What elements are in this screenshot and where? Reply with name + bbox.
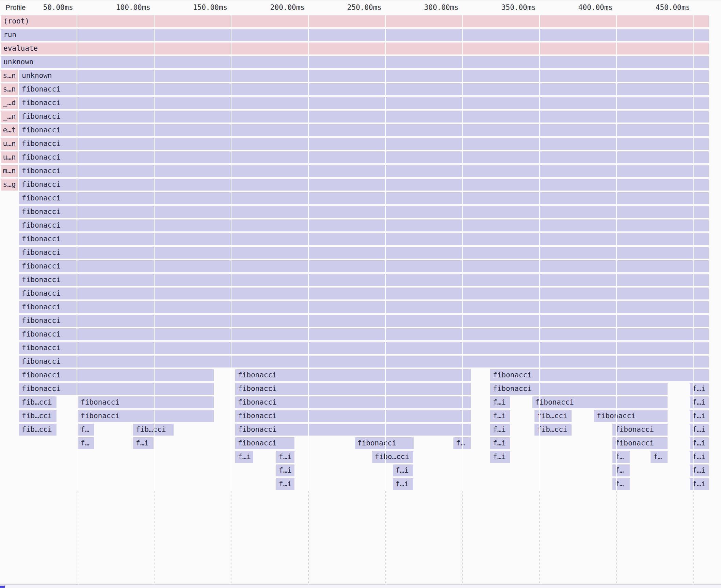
frame-bar[interactable]: f…i	[133, 437, 154, 449]
frame-bar[interactable]: f…i	[276, 451, 294, 463]
frame-bar[interactable]: u…n	[1, 138, 18, 150]
gridline	[308, 15, 309, 491]
frame-bar[interactable]: f…i	[690, 424, 709, 436]
frame-bar[interactable]: fibonacci	[235, 383, 471, 395]
frame-bar[interactable]: unknown	[1, 56, 709, 68]
frame-bar[interactable]: f…i	[690, 396, 709, 408]
frame-bar[interactable]: f…i	[690, 437, 709, 449]
frame-bar[interactable]: f…i	[490, 437, 510, 449]
frame-bar[interactable]: fibonacci	[532, 396, 668, 408]
frame-bar[interactable]: fib…cci	[19, 396, 57, 408]
frame-bar[interactable]: fibonacci	[235, 396, 471, 408]
frame-bar[interactable]: _…d	[1, 97, 18, 109]
frame-bar[interactable]: fibonacci	[490, 383, 668, 395]
frame-bar[interactable]: f…i	[490, 451, 510, 463]
frame-bar[interactable]: fibonacci	[19, 315, 709, 327]
frame-bar[interactable]: fib…cci	[534, 410, 572, 422]
frame-bar[interactable]: f…	[612, 464, 630, 476]
frame-bar[interactable]: fibonacci	[19, 151, 709, 163]
frame-bar[interactable]: fib…cci	[19, 424, 57, 436]
frame-bar[interactable]: fibonacci	[19, 124, 709, 136]
frame-bar[interactable]: fibo…cci	[372, 451, 413, 463]
gridline-dotted	[154, 491, 155, 584]
frame-bar[interactable]: fibonacci	[19, 383, 214, 395]
frame-bar[interactable]: fibonacci	[19, 111, 709, 122]
frame-bar[interactable]: fibonacci	[235, 410, 471, 422]
frame-bar[interactable]: run	[1, 29, 709, 41]
frame-bar[interactable]: fibonacci	[490, 369, 709, 381]
frame-bar[interactable]: fibonacci	[19, 192, 709, 204]
frame-bar[interactable]: fib…cci	[534, 424, 572, 436]
frame-bar[interactable]: fib…cci	[19, 410, 57, 422]
frame-bar[interactable]: fibonacci	[612, 437, 668, 449]
ruler-tick-label: 150.00ms	[170, 0, 227, 15]
frame-bar[interactable]: f…i	[690, 383, 709, 395]
gridline-dotted	[462, 491, 463, 584]
frame-bar[interactable]: fibonacci	[355, 437, 414, 449]
ruler-tick-label: 300.00ms	[401, 0, 459, 15]
ruler-tick-label: 450.00ms	[632, 0, 690, 15]
frame-bar[interactable]: f…	[612, 451, 630, 463]
frame-bar[interactable]: fibonacci	[235, 424, 471, 436]
frame-bar[interactable]: fibonacci	[19, 356, 709, 368]
frame-bar[interactable]: f…i	[490, 396, 510, 408]
frame-bar[interactable]: fibonacci	[19, 97, 709, 109]
frame-bar[interactable]: unknown	[19, 70, 709, 82]
frame-bar[interactable]: s…n	[1, 70, 18, 82]
frame-bar[interactable]: u…n	[1, 151, 18, 163]
frame-bar[interactable]: s…g	[1, 179, 18, 191]
frame-bar[interactable]: f…i	[690, 410, 709, 422]
frame-bar[interactable]: f…	[612, 478, 630, 490]
frame-bar[interactable]: (root)	[1, 15, 709, 27]
frame-bar[interactable]: f…i	[235, 451, 253, 463]
frame-bar[interactable]: f…i	[490, 410, 510, 422]
gridline	[231, 15, 231, 491]
frame-bar[interactable]: f…i	[690, 464, 709, 476]
ruler-tick-label: 200.00ms	[247, 0, 305, 15]
frame-bar[interactable]: evaluate	[1, 43, 709, 54]
frame-bar[interactable]: f…i	[393, 478, 413, 490]
frame-bar[interactable]: f…i	[393, 464, 413, 476]
frame-bar[interactable]: f…	[78, 424, 94, 436]
frame-bar[interactable]: fibonacci	[78, 410, 214, 422]
frame-bar[interactable]: fibonacci	[19, 165, 709, 177]
frame-bar[interactable]: fibonacci	[19, 369, 214, 381]
frame-bar[interactable]: fibonacci	[19, 342, 709, 354]
gridline-dotted	[308, 491, 309, 584]
frame-bar[interactable]: fibonacci	[19, 138, 709, 150]
frame-bar[interactable]: f…i	[276, 464, 294, 476]
gridline-dotted	[231, 491, 231, 584]
footer-strip	[0, 585, 721, 588]
frame-bar[interactable]: fibonacci	[78, 396, 214, 408]
frame-bar[interactable]: fibonacci	[612, 424, 668, 436]
viewport-indicator[interactable]	[0, 586, 5, 588]
frame-bar[interactable]: _…n	[1, 111, 18, 122]
frame-bar[interactable]: fibonacci	[19, 233, 709, 245]
frame-bar[interactable]: f…	[651, 451, 668, 463]
frame-bar[interactable]: fibonacci	[19, 206, 709, 218]
frame-bar[interactable]: fibonacci	[235, 437, 294, 449]
frame-bar[interactable]: fibonacci	[19, 219, 709, 231]
frame-bar[interactable]: fibonacci	[19, 328, 709, 340]
frame-bar[interactable]: fibonacci	[19, 247, 709, 259]
frame-bar[interactable]: s…n	[1, 83, 18, 95]
frame-bar[interactable]: fibonacci	[19, 83, 709, 95]
gridline	[77, 15, 77, 491]
frame-bar[interactable]: f…i	[490, 424, 510, 436]
frame-bar[interactable]: fibonacci	[19, 260, 709, 272]
frame-bar[interactable]: e…t	[1, 124, 18, 136]
frame-bar[interactable]: fibonacci	[594, 410, 668, 422]
frame-bar[interactable]: fibonacci	[19, 301, 709, 313]
ruler-tick-label: 50.00ms	[15, 0, 73, 15]
frame-bar[interactable]: fibonacci	[19, 274, 709, 286]
frame-bar[interactable]: f…i	[690, 451, 709, 463]
frame-bar[interactable]: m…n	[1, 165, 18, 177]
frame-bar[interactable]: fibonacci	[19, 179, 709, 191]
ruler-tick-label: 100.00ms	[93, 0, 150, 15]
frame-bar[interactable]: fibonacci	[235, 369, 471, 381]
frame-bar[interactable]: fib…cci	[133, 424, 174, 436]
frame-bar[interactable]: fibonacci	[19, 288, 709, 299]
frame-bar[interactable]: f…i	[276, 478, 294, 490]
frame-bar[interactable]: f…i	[690, 478, 709, 490]
frame-bar[interactable]: f…	[78, 437, 94, 449]
